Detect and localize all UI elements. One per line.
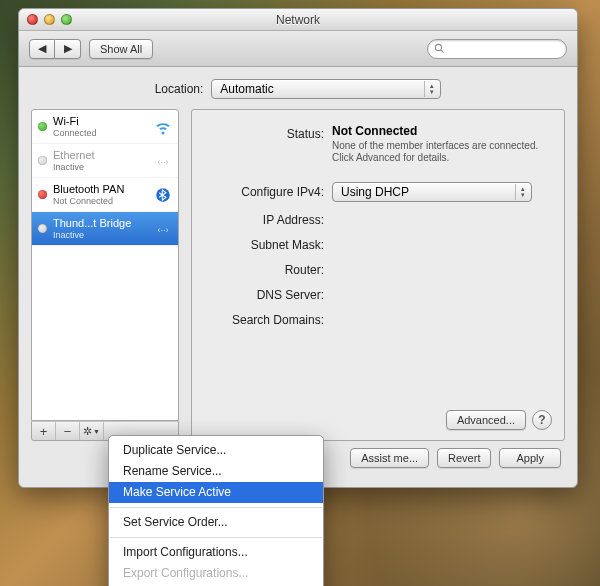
menu-separator	[110, 507, 322, 508]
search-input[interactable]	[449, 43, 560, 55]
service-ethernet[interactable]: Ethernet Inactive ‹··›	[32, 144, 178, 178]
toolbar: ◀ ▶ Show All	[19, 31, 577, 67]
ethernet-icon: ‹··›	[154, 152, 172, 170]
menu-set-service-order[interactable]: Set Service Order...	[109, 512, 323, 533]
svg-text:‹··›: ‹··›	[158, 156, 169, 166]
network-preferences-window: Network ◀ ▶ Show All Location: Automatic	[18, 8, 578, 488]
service-thunderbolt-bridge[interactable]: Thund...t Bridge Inactive ‹··›	[32, 212, 178, 246]
assist-me-button[interactable]: Assist me...	[350, 448, 429, 468]
popup-arrows-icon	[515, 184, 529, 200]
service-actions-menu-button[interactable]: ✲▼	[80, 422, 104, 440]
service-actions-context-menu: Duplicate Service... Rename Service... M…	[108, 435, 324, 586]
location-label: Location:	[155, 82, 204, 96]
service-detail-panel: Status: Not Connected None of the member…	[191, 109, 565, 441]
popup-arrows-icon	[424, 81, 438, 97]
close-window-button[interactable]	[27, 14, 38, 25]
menu-rename-service[interactable]: Rename Service...	[109, 461, 323, 482]
menu-export-configurations: Export Configurations...	[109, 563, 323, 584]
svg-line-1	[441, 50, 444, 53]
subnet-mask-label: Subnet Mask:	[204, 235, 324, 252]
dns-server-label: DNS Server:	[204, 285, 324, 302]
menu-duplicate-service[interactable]: Duplicate Service...	[109, 440, 323, 461]
service-status: Inactive	[53, 229, 148, 241]
help-button[interactable]: ?	[532, 410, 552, 430]
service-wifi[interactable]: Wi-Fi Connected	[32, 110, 178, 144]
content-area: Location: Automatic Wi-Fi Connected	[19, 67, 577, 487]
gear-icon: ✲	[83, 425, 92, 438]
sidebar-column: Wi-Fi Connected Ethernet Inactive	[31, 109, 179, 441]
zoom-window-button[interactable]	[61, 14, 72, 25]
router-label: Router:	[204, 260, 324, 277]
search-field[interactable]	[427, 39, 567, 59]
advanced-button[interactable]: Advanced...	[446, 410, 526, 430]
location-row: Location: Automatic	[31, 75, 565, 109]
menu-make-service-active[interactable]: Make Service Active	[109, 482, 323, 503]
search-domains-label: Search Domains:	[204, 310, 324, 327]
back-button[interactable]: ◀	[29, 39, 55, 59]
menu-separator	[110, 537, 322, 538]
forward-button[interactable]: ▶	[55, 39, 81, 59]
minimize-window-button[interactable]	[44, 14, 55, 25]
status-value: Not Connected	[332, 124, 552, 138]
status-label: Status:	[204, 124, 324, 141]
chevron-down-icon: ▼	[93, 428, 100, 435]
svg-point-0	[435, 44, 441, 50]
status-note: None of the member interfaces are connec…	[332, 140, 542, 164]
menu-import-configurations[interactable]: Import Configurations...	[109, 542, 323, 563]
service-name: Ethernet	[53, 149, 148, 161]
bluetooth-icon	[154, 186, 172, 204]
configure-ipv4-value: Using DHCP	[341, 185, 409, 199]
search-icon	[434, 43, 445, 54]
desktop-background: Network ◀ ▶ Show All Location: Automatic	[0, 0, 600, 586]
configure-ipv4-popup[interactable]: Using DHCP	[332, 182, 532, 202]
service-status: Not Connected	[53, 195, 148, 207]
status-dot-clear	[38, 156, 47, 165]
status-dot-clear	[38, 224, 47, 233]
wifi-icon	[154, 118, 172, 136]
title-bar: Network	[19, 9, 577, 31]
service-status: Connected	[53, 127, 148, 139]
add-service-button[interactable]: +	[32, 422, 56, 440]
status-dot-red	[38, 190, 47, 199]
service-name: Wi-Fi	[53, 115, 148, 127]
revert-button[interactable]: Revert	[437, 448, 491, 468]
location-popup[interactable]: Automatic	[211, 79, 441, 99]
service-name: Thund...t Bridge	[53, 217, 148, 229]
status-dot-green	[38, 122, 47, 131]
service-list[interactable]: Wi-Fi Connected Ethernet Inactive	[31, 109, 179, 421]
service-name: Bluetooth PAN	[53, 183, 148, 195]
nav-segmented: ◀ ▶	[29, 39, 81, 59]
location-value: Automatic	[220, 82, 273, 96]
window-controls	[27, 14, 72, 25]
configure-ipv4-label: Configure IPv4:	[204, 182, 324, 199]
ip-address-label: IP Address:	[204, 210, 324, 227]
svg-text:‹··›: ‹··›	[158, 224, 169, 234]
remove-service-button[interactable]: −	[56, 422, 80, 440]
body-split: Wi-Fi Connected Ethernet Inactive	[31, 109, 565, 441]
service-status: Inactive	[53, 161, 148, 173]
service-bluetooth-pan[interactable]: Bluetooth PAN Not Connected	[32, 178, 178, 212]
window-title: Network	[19, 13, 577, 27]
show-all-button[interactable]: Show All	[89, 39, 153, 59]
bridge-icon: ‹··›	[154, 220, 172, 238]
apply-button[interactable]: Apply	[499, 448, 561, 468]
